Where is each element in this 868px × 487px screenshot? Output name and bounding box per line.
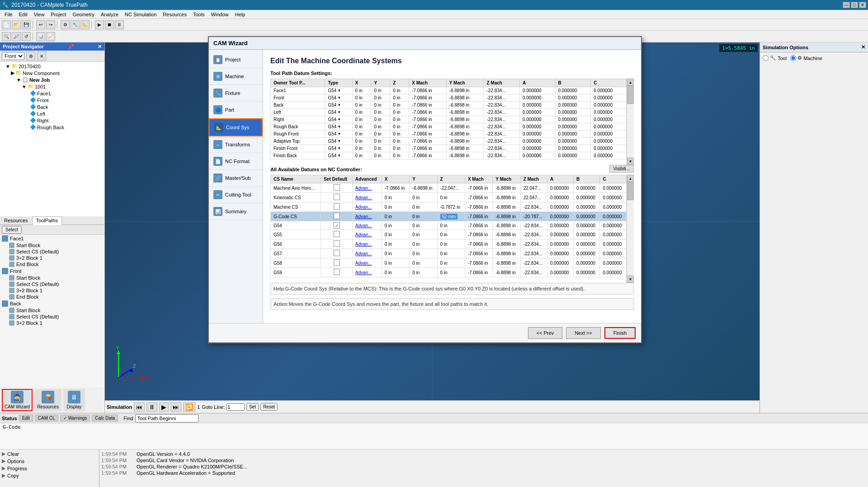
sb-thumb[interactable] — [627, 86, 634, 104]
tp-type-dropdown-4[interactable]: ▼ — [337, 117, 341, 122]
sim-step-btn[interactable]: ⏭ — [170, 403, 181, 412]
d-row-setdef-7[interactable] — [321, 249, 353, 258]
nav-summary[interactable]: 📊 Summary — [209, 203, 263, 220]
d-row-setdef-5[interactable] — [321, 230, 353, 239]
tp-face1-header[interactable]: Face1 — [0, 235, 104, 242]
panel-close-icon[interactable]: ✕ — [98, 44, 102, 50]
pe-warnings-btn[interactable]: ✓ Warnings — [60, 415, 90, 421]
sim-options-close[interactable]: ✕ — [861, 44, 865, 50]
d-row-adv-9[interactable]: Advan... — [352, 268, 382, 277]
status-clear[interactable]: ▶ Clear — [1, 450, 98, 457]
visibility-button[interactable]: Visibili... — [609, 165, 634, 173]
ad-sb-track[interactable] — [627, 182, 634, 276]
tp-block1-3[interactable]: 3+2 Block 1 — [0, 320, 104, 326]
nav-project[interactable]: 📋 Project — [209, 52, 263, 68]
menu-resources[interactable]: Resources — [160, 11, 189, 18]
status-progress[interactable]: ▶ Progress — [1, 465, 98, 472]
datums-row-0[interactable]: Machine Axis Hom... Advan... -7.0866 in … — [271, 183, 627, 193]
menu-window[interactable]: Window — [208, 11, 231, 18]
sim-start-btn[interactable]: ⏮ — [134, 403, 145, 412]
toolbar-btn-6[interactable]: ▶ — [95, 20, 104, 29]
tree-root[interactable]: ▼ 📁 20170420 — [1, 63, 104, 70]
toolbar-btn-8[interactable]: ⏸ — [115, 20, 124, 29]
status-copy[interactable]: ▶ Copy — [1, 472, 98, 479]
tp-end-block-2[interactable]: End Block — [0, 294, 104, 300]
toolbar-redo[interactable]: ↪ — [46, 20, 55, 29]
goto-line-input[interactable] — [226, 403, 245, 411]
viewport-settings-btn[interactable]: ⚙ — [26, 52, 35, 61]
status-options[interactable]: ▶ Options — [1, 458, 98, 464]
finish-button[interactable]: Finish — [604, 327, 636, 339]
cam-wizard-button[interactable]: 🧙 CAM Wizard — [2, 389, 33, 411]
toolbar-open[interactable]: 📂 — [12, 20, 21, 29]
nav-cutting-tool[interactable]: ✂ Cutting Tool — [209, 187, 263, 203]
menu-project[interactable]: Project — [48, 11, 69, 18]
pe-calc-data-btn[interactable]: Calc Data — [92, 415, 118, 421]
toolbar2-btn-2[interactable]: 🔎 — [12, 32, 21, 41]
sb-track[interactable] — [627, 86, 634, 158]
d-row-setdef-4[interactable] — [321, 221, 353, 230]
menu-geometry[interactable]: Geometry — [70, 11, 97, 18]
tree-back[interactable]: 🔷 Back — [1, 103, 104, 110]
toolbar-btn-3[interactable]: ⚙ — [61, 20, 70, 29]
nav-coord-sys[interactable]: 📐 Coord Sys — [209, 118, 263, 136]
pe-find-input[interactable] — [135, 414, 198, 422]
d-row-setdef-1[interactable] — [321, 193, 353, 202]
tool-path-scrollbar[interactable]: ▲ ▼ — [627, 79, 634, 165]
sim-pause-btn[interactable]: ⏸ — [146, 403, 157, 412]
panel-pin-icon[interactable]: 📌 — [68, 44, 74, 50]
tab-resources[interactable]: Resources — [0, 216, 32, 225]
datums-row-3[interactable]: G-Code CS Advan... 0 in 0 in 52 mm -7.08… — [271, 212, 627, 221]
menu-nc-simulation[interactable]: NC Simulation — [122, 11, 159, 18]
sim-loop-btn[interactable]: 🔁 — [183, 403, 195, 412]
tab-toolpaths[interactable]: ToolPaths — [32, 216, 62, 225]
d-row-adv-6[interactable]: Advan... — [352, 239, 382, 249]
d-row-adv-2[interactable]: Advan... — [352, 202, 382, 212]
minimize-button[interactable]: — — [843, 2, 850, 8]
d-row-adv-5[interactable]: Advan... — [352, 230, 382, 239]
sb-down-btn[interactable]: ▼ — [627, 158, 634, 165]
d-row-adv-7[interactable]: Advan... — [352, 249, 382, 258]
checkbox-4[interactable] — [334, 222, 340, 229]
sim-machine-radio[interactable] — [790, 55, 796, 61]
tp-type-dropdown-5[interactable]: ▼ — [337, 125, 341, 129]
d-row-adv-3[interactable]: Advan... — [352, 212, 382, 221]
toolbar-btn-4[interactable]: 🔧 — [71, 20, 80, 29]
tp-front-header[interactable]: Front — [0, 267, 104, 275]
viewport-selector[interactable]: Front Back Left — [2, 52, 24, 60]
tp-type-dropdown-7[interactable]: ▼ — [337, 139, 341, 143]
tp-block1-2[interactable]: 3+2 Block 1 — [0, 287, 104, 294]
display-button[interactable]: 🖥 Display — [63, 389, 85, 411]
d-row-setdef-2[interactable] — [321, 202, 353, 212]
d-row-z-3[interactable]: 52 mm — [437, 212, 465, 221]
tp-type-dropdown-8[interactable]: ▼ — [337, 146, 341, 150]
d-row-adv-1[interactable]: Advan... — [352, 193, 382, 202]
d-row-adv-4[interactable]: Advan... — [352, 221, 382, 230]
menu-view[interactable]: View — [31, 11, 47, 18]
checkbox-8[interactable] — [334, 259, 340, 266]
datums-row-6[interactable]: G56 Advan... 0 in 0 in 0 in -7.0866 in -… — [271, 239, 627, 249]
toolbar-new[interactable]: 📄 — [2, 20, 11, 29]
select-button[interactable]: Select — [2, 226, 22, 234]
d-row-adv-8[interactable]: Advan... — [352, 258, 382, 268]
ad-sb-up-btn[interactable]: ▲ — [627, 175, 634, 182]
all-datums-scrollbar[interactable]: ▲ ▼ — [627, 175, 634, 283]
datums-row-8[interactable]: G58 Advan... 0 in 0 in 0 in -7.0866 in -… — [271, 258, 627, 268]
tree-face1[interactable]: 🔷 Face1 — [1, 90, 104, 97]
checkbox-1[interactable] — [334, 194, 340, 200]
tool-path-row-6[interactable]: Rough Front G54▼ 0 in 0 in 0 in -7.0866 … — [271, 131, 627, 138]
tool-path-row-5[interactable]: Rough Back G54▼ 0 in 0 in 0 in -7.0866 i… — [271, 123, 627, 131]
pe-content[interactable]: G-Code — [0, 423, 868, 449]
toolbar-undo[interactable]: ↩ — [36, 20, 45, 29]
d-row-setdef-8[interactable] — [321, 258, 353, 268]
sim-play-btn[interactable]: ▶ — [159, 403, 169, 412]
ad-sb-down-btn[interactable]: ▼ — [627, 276, 634, 283]
toolbar-btn-5[interactable]: 📐 — [80, 20, 90, 29]
tree-rough-back[interactable]: 🔷 Rough Back — [1, 124, 104, 131]
tool-path-row-0[interactable]: Face1 G54▼ 0 in 0 in 0 in -7.0866 in -6.… — [271, 87, 627, 94]
tool-path-row-4[interactable]: Right G54▼ 0 in 0 in 0 in -7.0866 in -6.… — [271, 116, 627, 123]
toolbar2-btn-4[interactable]: 📊 — [36, 32, 45, 41]
d-row-setdef-3[interactable] — [321, 212, 353, 221]
checkbox-0[interactable] — [334, 184, 340, 191]
datums-row-7[interactable]: G57 Advan... 0 in 0 in 0 in -7.0866 in -… — [271, 249, 627, 258]
